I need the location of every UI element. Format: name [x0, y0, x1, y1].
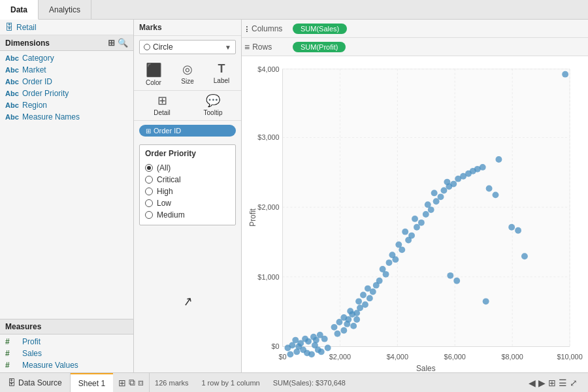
- label-button[interactable]: T Label: [208, 62, 235, 86]
- data-source-tab[interactable]: 🗄 Data Source: [0, 373, 71, 392]
- svg-point-63: [376, 278, 383, 284]
- bottom-bar: 🗄 Data Source Sheet 1 ⊞ ⧉ ⧈ 126 marks 1 …: [0, 372, 588, 392]
- grid-view-icon[interactable]: ⊞: [548, 378, 556, 388]
- dim-market[interactable]: Abc Market: [0, 64, 133, 76]
- filter-high[interactable]: High: [145, 186, 230, 197]
- sheet-add-icons: ⊞ ⧉ ⧈: [113, 377, 149, 388]
- duplicate-sheet-icon[interactable]: ⧉: [129, 377, 135, 388]
- search-icon[interactable]: 🔍: [118, 38, 128, 48]
- cursor-icon: ↖: [182, 293, 194, 308]
- tooltip-label: Tooltip: [204, 109, 223, 116]
- filter-critical[interactable]: Critical: [145, 174, 230, 186]
- detail-button[interactable]: ⊞ Detail: [149, 93, 175, 116]
- svg-text:$2,000: $2,000: [329, 353, 351, 361]
- svg-text:$4,000: $4,000: [257, 65, 279, 73]
- tooltip-button[interactable]: 💬 Tooltip: [200, 93, 226, 116]
- top-tabs: Data Analytics: [0, 0, 588, 20]
- y-axis-label: Profit: [248, 208, 257, 226]
- svg-text:$10,000: $10,000: [557, 353, 582, 361]
- nav-next-icon[interactable]: ▶: [538, 378, 546, 388]
- abc-icon: Abc: [5, 54, 20, 62]
- sheet-tabs: 🗄 Data Source Sheet 1 ⊞ ⧉ ⧈: [0, 373, 150, 392]
- order-id-pill[interactable]: ⊞ Order ID: [139, 125, 236, 137]
- svg-point-85: [450, 181, 457, 188]
- svg-text:$1,000: $1,000: [257, 273, 279, 281]
- dim-category[interactable]: Abc Category: [0, 52, 133, 64]
- svg-point-97: [515, 227, 521, 234]
- source-label: Retail: [16, 23, 37, 32]
- svg-point-81: [438, 193, 444, 200]
- svg-text:$4,000: $4,000: [387, 353, 408, 361]
- columns-label: Columns: [252, 24, 282, 33]
- new-sheet-icon[interactable]: ⊞: [118, 378, 126, 388]
- tab-analytics-label: Analytics: [49, 5, 80, 14]
- data-source-tab-label: Data Source: [18, 378, 62, 387]
- sheet1-tab-label: Sheet 1: [78, 379, 105, 388]
- svg-point-36: [308, 351, 315, 357]
- dimensions-header: Dimensions ⊞ 🔍: [0, 35, 133, 51]
- status-bar: 126 marks 1 row by 1 column SUM(Sales): …: [150, 378, 588, 388]
- filter-all-label: (All): [157, 163, 171, 172]
- rows-pill[interactable]: SUM(Profit): [293, 42, 346, 52]
- tab-analytics[interactable]: Analytics: [39, 0, 91, 19]
- svg-point-33: [321, 336, 328, 342]
- svg-point-75: [418, 220, 425, 226]
- color-button[interactable]: ⬛ Color: [140, 62, 167, 86]
- size-button[interactable]: ◎ Size: [174, 62, 201, 86]
- measure-sales[interactable]: # Sales: [0, 348, 133, 359]
- svg-point-94: [493, 191, 499, 198]
- columns-shelf: ⫶ Columns SUM(Sales): [242, 20, 588, 38]
- fit-icon[interactable]: ⤢: [570, 378, 578, 388]
- hash-icon: #: [5, 349, 20, 358]
- size-label: Size: [181, 78, 193, 85]
- columns-label-container: ⫶ Columns: [244, 24, 290, 34]
- svg-point-68: [389, 252, 395, 258]
- measure-profit[interactable]: # Profit: [0, 336, 133, 348]
- filter-title: Order Priority: [145, 149, 230, 158]
- svg-point-70: [395, 241, 402, 248]
- svg-point-101: [453, 278, 460, 284]
- list-view-icon[interactable]: ☰: [559, 378, 567, 388]
- measures-list: # Profit # Sales # Measure Values: [0, 335, 133, 372]
- dimensions-label: Dimensions: [5, 39, 50, 48]
- detail-icon: ⊞: [157, 93, 167, 108]
- svg-point-65: [380, 266, 386, 272]
- svg-point-41: [287, 351, 293, 357]
- dim-label: Measure Names: [22, 112, 80, 122]
- svg-point-49: [347, 308, 353, 314]
- radio-all: [145, 164, 153, 172]
- columns-pill[interactable]: SUM(Sales): [293, 24, 347, 34]
- data-source-row[interactable]: 🗄 Retail: [0, 20, 133, 35]
- svg-point-48: [353, 316, 360, 323]
- new-dashboard-icon[interactable]: ⧈: [138, 377, 144, 388]
- main-area: 🗄 Retail Dimensions ⊞ 🔍 Abc Category Abc…: [0, 20, 588, 372]
- tab-data[interactable]: Data: [0, 0, 39, 20]
- svg-point-55: [355, 298, 362, 304]
- marks-type-dropdown[interactable]: Circle ▼: [139, 40, 236, 54]
- svg-point-73: [402, 229, 408, 235]
- svg-point-92: [480, 164, 486, 171]
- dim-order-id[interactable]: Abc Order ID: [0, 76, 133, 88]
- svg-text:$0: $0: [278, 353, 286, 361]
- tooltip-icon: 💬: [206, 93, 220, 108]
- measure-label: Measure Values: [22, 361, 78, 370]
- dim-order-priority[interactable]: Abc Order Priority: [0, 88, 133, 99]
- measure-values[interactable]: # Measure Values: [0, 359, 133, 371]
- dim-region[interactable]: Abc Region: [0, 99, 133, 111]
- filter-all[interactable]: (All): [145, 162, 230, 174]
- svg-point-86: [444, 179, 450, 186]
- svg-point-77: [423, 211, 429, 218]
- filter-medium[interactable]: Medium: [145, 209, 230, 221]
- circle-icon: [144, 44, 150, 50]
- sheet1-tab[interactable]: Sheet 1: [71, 373, 113, 392]
- dim-measure-names[interactable]: Abc Measure Names: [0, 111, 133, 123]
- radio-low: [145, 199, 153, 207]
- grid-icon[interactable]: ⊞: [108, 38, 115, 48]
- svg-point-99: [562, 71, 568, 78]
- filter-low[interactable]: Low: [145, 197, 230, 209]
- size-icon: ◎: [182, 62, 193, 76]
- nav-prev-icon[interactable]: ◀: [529, 378, 536, 388]
- radio-critical: [145, 176, 153, 184]
- status-nav: ◀ ▶ ⊞ ☰ ⤢: [529, 378, 583, 388]
- dim-label: Region: [22, 101, 47, 110]
